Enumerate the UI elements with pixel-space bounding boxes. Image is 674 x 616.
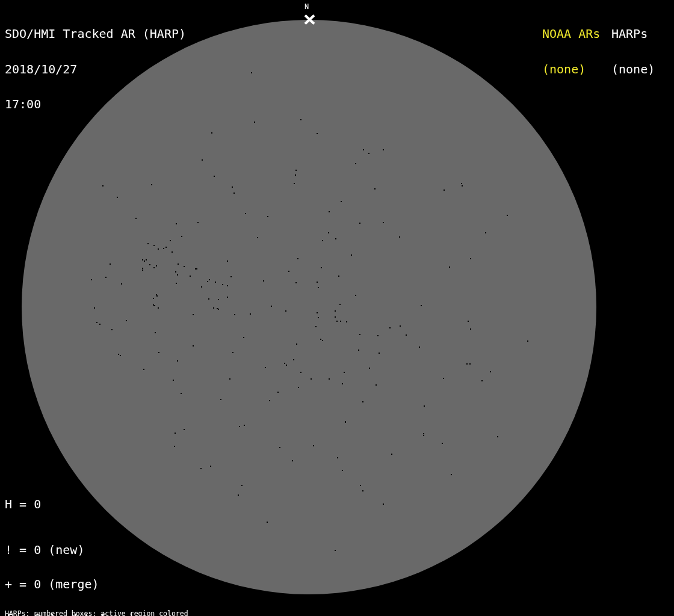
- magnetogram-view: SDO/HMI Tracked AR (HARP) 2018/10/27 17:…: [0, 0, 674, 616]
- title-block: SDO/HMI Tracked AR (HARP) 2018/10/27 17:…: [5, 5, 186, 134]
- harp-count: H = 0: [5, 499, 41, 511]
- harps-status: HARPs (none): [611, 5, 655, 99]
- time-label: 17:00: [5, 99, 186, 111]
- north-label: N: [305, 3, 309, 11]
- noaa-ars-status: NOAA ARs (none): [542, 5, 600, 99]
- harps-value: (none): [611, 64, 655, 76]
- noaa-ars-value: (none): [542, 64, 600, 76]
- app-title: SDO/HMI Tracked AR (HARP): [5, 28, 186, 40]
- legend-item: + = 0 (merge): [5, 579, 143, 590]
- legend-item: ! = 0 (new): [5, 544, 143, 556]
- north-pole-cross-icon: [303, 14, 316, 25]
- footnotes: HARPs: numbered boxes; active region col…: [5, 596, 247, 616]
- footnote-line: HARPs: numbered boxes; active region col…: [5, 610, 247, 616]
- date-label: 2018/10/27: [5, 64, 186, 76]
- noaa-ars-header: NOAA ARs: [542, 28, 600, 40]
- harps-header: HARPs: [611, 28, 655, 40]
